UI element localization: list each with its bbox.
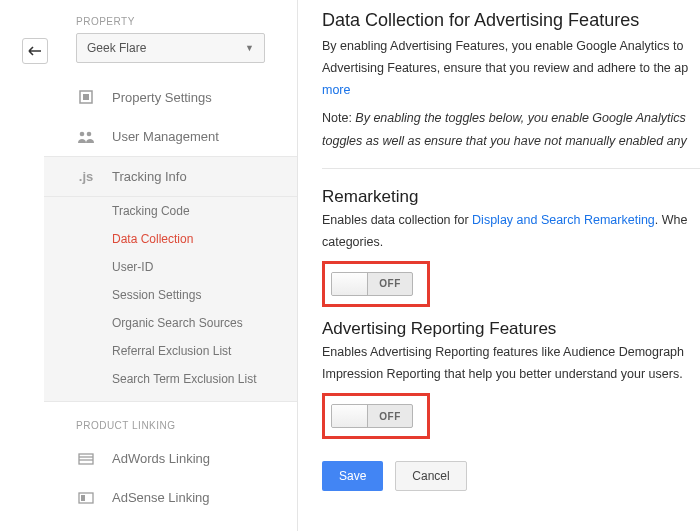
save-button[interactable]: Save [322,461,383,491]
nav-property-settings[interactable]: Property Settings [44,77,297,117]
intro-text-1: By enabling Advertising Features, you en… [322,37,700,55]
remarketing-desc-2: categories. [322,233,700,251]
nav-adsense-linking[interactable]: AdSense Linking [44,478,297,517]
nav-user-management[interactable]: User Management [44,117,297,156]
arf-toggle-highlight: OFF [322,393,430,439]
arf-toggle[interactable]: OFF [331,404,413,428]
back-arrow-icon [28,46,42,56]
svg-point-3 [87,131,92,136]
remarketing-toggle[interactable]: OFF [331,272,413,296]
sub-data-collection[interactable]: Data Collection [44,225,297,253]
arf-desc-2: Impression Reporting that help you bette… [322,365,700,383]
sub-organic-sources[interactable]: Organic Search Sources [44,309,297,337]
sub-search-term-exclusion[interactable]: Search Term Exclusion List [44,365,297,393]
content-area: Data Collection for Advertising Features… [322,0,700,491]
product-linking-label: PRODUCT LINKING [44,402,297,439]
property-selector-value: Geek Flare [87,41,146,55]
arf-desc-1: Enables Advertising Reporting features l… [322,343,700,361]
nav-adwords-linking[interactable]: AdWords Linking [44,439,297,478]
divider [322,168,700,169]
toggle-label: OFF [368,273,412,295]
nav-item-label: User Management [112,129,219,144]
property-settings-icon [76,89,96,105]
property-selector[interactable]: Geek Flare ▼ [76,33,265,63]
page-title: Data Collection for Advertising Features [322,10,700,31]
remarketing-desc-b: . Whe [655,213,688,227]
remarketing-desc: Enables data collection for Display and … [322,211,700,229]
property-section-label: PROPERTY [44,10,297,33]
sidebar: PROPERTY Geek Flare ▼ Property Settings … [44,0,298,531]
nav-item-label: Tracking Info [112,169,187,184]
svg-rect-4 [79,454,93,464]
note-text: Note: By enabling the toggles below, you… [322,109,700,127]
toggle-label: OFF [368,405,412,427]
cancel-button[interactable]: Cancel [395,461,466,491]
nav-item-label: AdWords Linking [112,451,210,466]
toggle-knob [332,273,368,295]
adwords-icon [76,452,96,466]
svg-rect-1 [83,94,89,100]
sub-tracking-code[interactable]: Tracking Code [44,197,297,225]
note-prefix: Note: [322,111,355,125]
remarketing-link[interactable]: Display and Search Remarketing [472,213,655,227]
sub-user-id[interactable]: User-ID [44,253,297,281]
remarketing-title: Remarketing [322,187,700,207]
sub-session-settings[interactable]: Session Settings [44,281,297,309]
toggle-knob [332,405,368,427]
nav-item-label: Property Settings [112,90,212,105]
note-line-1: By enabling the toggles below, you enabl… [355,111,685,125]
svg-rect-8 [81,495,85,501]
arf-title: Advertising Reporting Features [322,319,700,339]
intro-text-2: Advertising Features, ensure that you re… [322,59,700,77]
remarketing-toggle-highlight: OFF [322,261,430,307]
svg-point-2 [80,131,85,136]
adsense-icon [76,491,96,505]
action-buttons: Save Cancel [322,461,700,491]
nav-item-label: AdSense Linking [112,490,210,505]
sub-referral-exclusion[interactable]: Referral Exclusion List [44,337,297,365]
note-line-2: toggles as well as ensure that you have … [322,134,687,148]
users-icon [76,130,96,144]
js-icon: .js [76,169,96,184]
tracking-info-subnav: Tracking Code Data Collection User-ID Se… [44,197,297,402]
nav-tracking-info[interactable]: .js Tracking Info [44,156,297,197]
remarketing-desc-a: Enables data collection for [322,213,472,227]
more-link[interactable]: more [322,83,350,97]
chevron-down-icon: ▼ [245,43,254,53]
